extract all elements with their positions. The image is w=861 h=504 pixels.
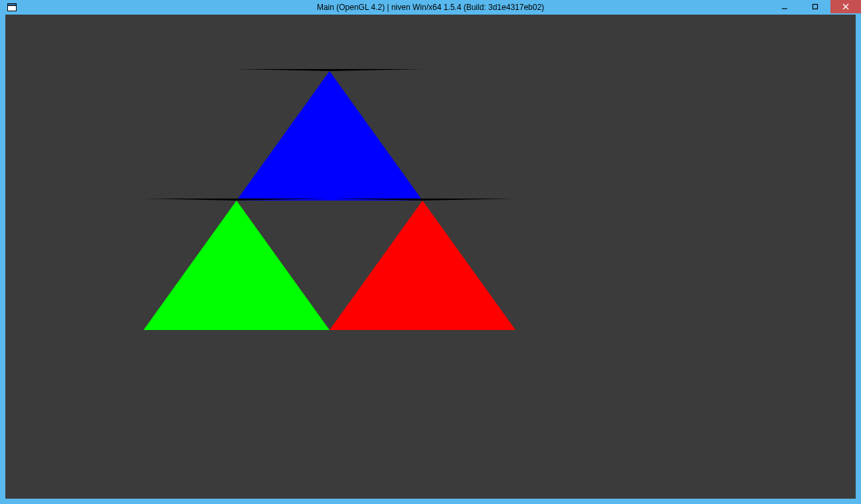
triangle-left [144,199,330,330]
client-area [5,15,856,499]
app-icon [7,2,17,13]
close-button[interactable] [830,0,861,13]
close-icon [842,3,849,10]
minimize-icon [781,3,788,10]
maximize-button[interactable] [800,0,830,13]
minimize-button[interactable] [769,0,800,13]
opengl-viewport [5,15,856,499]
titlebar[interactable]: Main (OpenGL 4.2) | niven Win/x64 1.5.4 … [0,0,861,15]
triangle-right [330,199,516,330]
svg-rect-3 [813,5,818,9]
triangle-top [237,69,423,201]
application-window: Main (OpenGL 4.2) | niven Win/x64 1.5.4 … [0,0,861,504]
svg-rect-1 [8,4,17,6]
window-controls [769,0,861,13]
window-title: Main (OpenGL 4.2) | niven Win/x64 1.5.4 … [0,0,861,15]
maximize-icon [812,3,818,10]
